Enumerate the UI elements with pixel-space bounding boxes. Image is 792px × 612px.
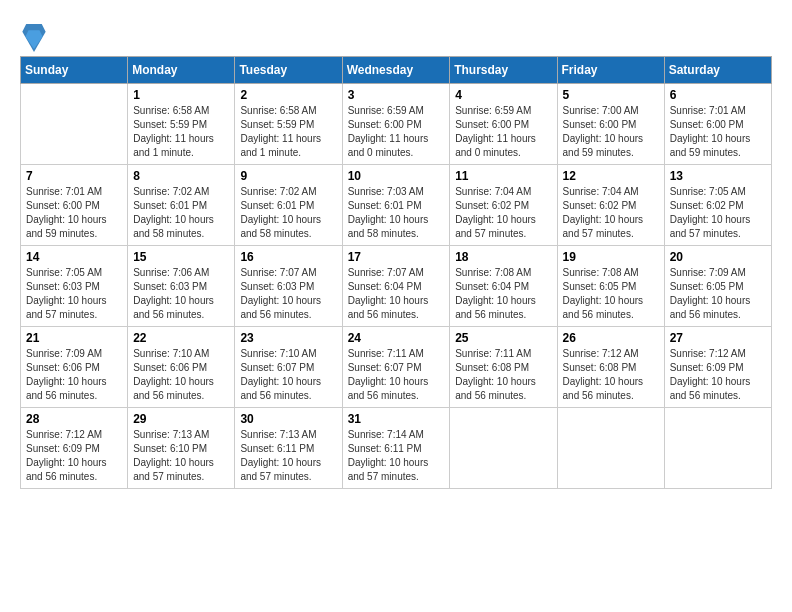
day-number: 31 [348,412,445,426]
day-info: Sunrise: 7:12 AM Sunset: 6:09 PM Dayligh… [26,428,122,484]
calendar-week-row: 14Sunrise: 7:05 AM Sunset: 6:03 PM Dayli… [21,246,772,327]
day-number: 27 [670,331,766,345]
day-info: Sunrise: 7:07 AM Sunset: 6:03 PM Dayligh… [240,266,336,322]
day-info: Sunrise: 7:11 AM Sunset: 6:07 PM Dayligh… [348,347,445,403]
day-number: 8 [133,169,229,183]
calendar-cell: 2Sunrise: 6:58 AM Sunset: 5:59 PM Daylig… [235,84,342,165]
day-number: 19 [563,250,659,264]
day-info: Sunrise: 7:04 AM Sunset: 6:02 PM Dayligh… [563,185,659,241]
day-number: 5 [563,88,659,102]
calendar-cell: 20Sunrise: 7:09 AM Sunset: 6:05 PM Dayli… [664,246,771,327]
day-info: Sunrise: 7:01 AM Sunset: 6:00 PM Dayligh… [670,104,766,160]
day-number: 3 [348,88,445,102]
day-info: Sunrise: 6:58 AM Sunset: 5:59 PM Dayligh… [240,104,336,160]
day-number: 14 [26,250,122,264]
calendar-cell: 30Sunrise: 7:13 AM Sunset: 6:11 PM Dayli… [235,408,342,489]
day-number: 21 [26,331,122,345]
calendar-cell [557,408,664,489]
day-info: Sunrise: 6:58 AM Sunset: 5:59 PM Dayligh… [133,104,229,160]
day-info: Sunrise: 7:07 AM Sunset: 6:04 PM Dayligh… [348,266,445,322]
day-number: 13 [670,169,766,183]
day-number: 26 [563,331,659,345]
calendar-cell: 14Sunrise: 7:05 AM Sunset: 6:03 PM Dayli… [21,246,128,327]
calendar-cell: 19Sunrise: 7:08 AM Sunset: 6:05 PM Dayli… [557,246,664,327]
day-number: 2 [240,88,336,102]
day-number: 4 [455,88,551,102]
day-info: Sunrise: 7:10 AM Sunset: 6:06 PM Dayligh… [133,347,229,403]
calendar-cell: 12Sunrise: 7:04 AM Sunset: 6:02 PM Dayli… [557,165,664,246]
calendar-cell: 11Sunrise: 7:04 AM Sunset: 6:02 PM Dayli… [450,165,557,246]
day-info: Sunrise: 6:59 AM Sunset: 6:00 PM Dayligh… [455,104,551,160]
calendar-cell: 5Sunrise: 7:00 AM Sunset: 6:00 PM Daylig… [557,84,664,165]
calendar-cell: 3Sunrise: 6:59 AM Sunset: 6:00 PM Daylig… [342,84,450,165]
calendar-cell: 10Sunrise: 7:03 AM Sunset: 6:01 PM Dayli… [342,165,450,246]
logo-icon [22,24,46,52]
calendar-cell: 23Sunrise: 7:10 AM Sunset: 6:07 PM Dayli… [235,327,342,408]
calendar-cell: 25Sunrise: 7:11 AM Sunset: 6:08 PM Dayli… [450,327,557,408]
calendar-header-row: SundayMondayTuesdayWednesdayThursdayFrid… [21,57,772,84]
calendar-cell: 29Sunrise: 7:13 AM Sunset: 6:10 PM Dayli… [128,408,235,489]
day-number: 17 [348,250,445,264]
day-info: Sunrise: 6:59 AM Sunset: 6:00 PM Dayligh… [348,104,445,160]
calendar-cell: 22Sunrise: 7:10 AM Sunset: 6:06 PM Dayli… [128,327,235,408]
day-number: 30 [240,412,336,426]
day-number: 20 [670,250,766,264]
calendar-cell: 4Sunrise: 6:59 AM Sunset: 6:00 PM Daylig… [450,84,557,165]
page-header [20,20,772,52]
day-number: 28 [26,412,122,426]
day-number: 1 [133,88,229,102]
day-info: Sunrise: 7:02 AM Sunset: 6:01 PM Dayligh… [133,185,229,241]
calendar-cell: 8Sunrise: 7:02 AM Sunset: 6:01 PM Daylig… [128,165,235,246]
day-number: 11 [455,169,551,183]
calendar-day-header: Thursday [450,57,557,84]
calendar-week-row: 1Sunrise: 6:58 AM Sunset: 5:59 PM Daylig… [21,84,772,165]
calendar-day-header: Wednesday [342,57,450,84]
calendar-week-row: 28Sunrise: 7:12 AM Sunset: 6:09 PM Dayli… [21,408,772,489]
calendar-cell: 26Sunrise: 7:12 AM Sunset: 6:08 PM Dayli… [557,327,664,408]
day-number: 15 [133,250,229,264]
day-number: 7 [26,169,122,183]
calendar-day-header: Saturday [664,57,771,84]
day-number: 9 [240,169,336,183]
day-number: 29 [133,412,229,426]
calendar-cell: 1Sunrise: 6:58 AM Sunset: 5:59 PM Daylig… [128,84,235,165]
day-number: 10 [348,169,445,183]
day-info: Sunrise: 7:08 AM Sunset: 6:04 PM Dayligh… [455,266,551,322]
day-info: Sunrise: 7:01 AM Sunset: 6:00 PM Dayligh… [26,185,122,241]
day-info: Sunrise: 7:12 AM Sunset: 6:08 PM Dayligh… [563,347,659,403]
day-info: Sunrise: 7:12 AM Sunset: 6:09 PM Dayligh… [670,347,766,403]
day-info: Sunrise: 7:02 AM Sunset: 6:01 PM Dayligh… [240,185,336,241]
calendar-cell [21,84,128,165]
day-info: Sunrise: 7:13 AM Sunset: 6:10 PM Dayligh… [133,428,229,484]
calendar-cell: 15Sunrise: 7:06 AM Sunset: 6:03 PM Dayli… [128,246,235,327]
logo [20,24,46,52]
day-info: Sunrise: 7:11 AM Sunset: 6:08 PM Dayligh… [455,347,551,403]
calendar-cell: 7Sunrise: 7:01 AM Sunset: 6:00 PM Daylig… [21,165,128,246]
day-info: Sunrise: 7:08 AM Sunset: 6:05 PM Dayligh… [563,266,659,322]
calendar-cell: 27Sunrise: 7:12 AM Sunset: 6:09 PM Dayli… [664,327,771,408]
calendar-day-header: Friday [557,57,664,84]
calendar-week-row: 7Sunrise: 7:01 AM Sunset: 6:00 PM Daylig… [21,165,772,246]
day-number: 12 [563,169,659,183]
day-info: Sunrise: 7:04 AM Sunset: 6:02 PM Dayligh… [455,185,551,241]
calendar-cell: 31Sunrise: 7:14 AM Sunset: 6:11 PM Dayli… [342,408,450,489]
day-info: Sunrise: 7:05 AM Sunset: 6:02 PM Dayligh… [670,185,766,241]
day-info: Sunrise: 7:00 AM Sunset: 6:00 PM Dayligh… [563,104,659,160]
day-info: Sunrise: 7:05 AM Sunset: 6:03 PM Dayligh… [26,266,122,322]
calendar-cell: 13Sunrise: 7:05 AM Sunset: 6:02 PM Dayli… [664,165,771,246]
calendar-cell: 18Sunrise: 7:08 AM Sunset: 6:04 PM Dayli… [450,246,557,327]
calendar-cell: 17Sunrise: 7:07 AM Sunset: 6:04 PM Dayli… [342,246,450,327]
calendar-cell: 28Sunrise: 7:12 AM Sunset: 6:09 PM Dayli… [21,408,128,489]
day-number: 16 [240,250,336,264]
calendar-day-header: Tuesday [235,57,342,84]
day-number: 24 [348,331,445,345]
day-number: 23 [240,331,336,345]
day-number: 6 [670,88,766,102]
day-number: 22 [133,331,229,345]
calendar-day-header: Monday [128,57,235,84]
day-info: Sunrise: 7:06 AM Sunset: 6:03 PM Dayligh… [133,266,229,322]
calendar-cell: 6Sunrise: 7:01 AM Sunset: 6:00 PM Daylig… [664,84,771,165]
calendar-cell: 24Sunrise: 7:11 AM Sunset: 6:07 PM Dayli… [342,327,450,408]
calendar-cell: 16Sunrise: 7:07 AM Sunset: 6:03 PM Dayli… [235,246,342,327]
day-number: 18 [455,250,551,264]
